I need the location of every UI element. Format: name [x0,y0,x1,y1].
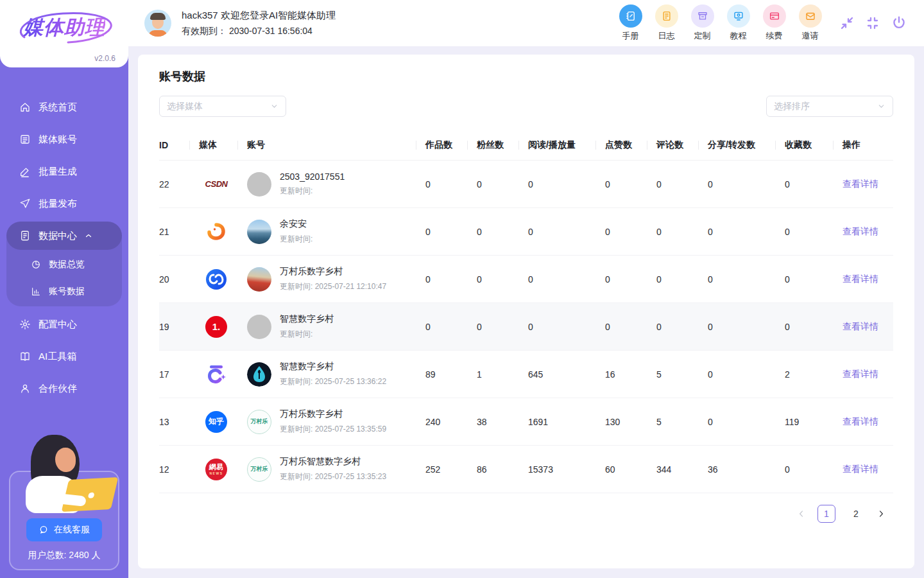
collapse-diagonal-icon[interactable] [839,15,855,31]
row-id: 20 [159,274,199,285]
metric-fans: 38 [477,417,528,427]
row-id: 12 [159,464,199,475]
metric-likes: 130 [605,417,656,427]
chevron-down-icon [270,102,278,110]
sidebar-item-partners[interactable]: 合作伙伴 [6,374,122,403]
quick-renew[interactable]: 续费 [760,4,788,42]
view-details-link[interactable]: 查看详情 [843,464,878,474]
next-page-icon[interactable] [877,509,886,518]
sidebar-item-data-center[interactable]: 数据中心 [6,222,122,250]
row-id: 21 [159,227,199,237]
metric-views: 0 [528,227,605,237]
sidebar-item-config-center[interactable]: 配置中心 [6,310,122,338]
metric-shares: 0 [708,322,785,332]
sidebar-item-data-overview[interactable]: 数据总览 [6,251,122,278]
power-icon[interactable] [891,15,907,31]
media-select[interactable]: 选择媒体 [159,96,286,117]
quick-log[interactable]: 日志 [653,4,680,42]
metric-favorites: 0 [785,274,843,285]
metric-favorites: 0 [785,227,843,237]
account-avatar [247,267,271,292]
view-details-link[interactable]: 查看详情 [843,416,878,426]
metric-fans: 86 [477,464,528,475]
pie-chart-icon [31,259,41,270]
sidebar-item-account-data[interactable]: 账号数据 [6,278,122,305]
sidebar-item-batch-publish[interactable]: 批量发布 [6,189,122,218]
table-row: 13 知乎 万村乐 万村乐数字乡村 更新时间: 2025-07-25 13:35… [159,398,893,446]
service-panel: 在线客服 用户总数: 2480 人 [9,471,119,570]
account-avatar: 万村乐 [247,410,271,434]
sidebar-item-label: 媒体账号 [38,134,77,146]
metric-fans: 0 [477,322,528,332]
metric-shares: 0 [708,417,785,427]
sidebar: 媒体助理 v2.0.6 系统首页 媒体账号 批量生成 [0,0,128,578]
view-details-link[interactable]: 查看详情 [843,226,878,236]
view-details-link[interactable]: 查看详情 [843,321,878,331]
view-details-link[interactable]: 查看详情 [843,369,878,379]
bar-chart-icon [31,286,41,297]
table-row: 22 CSDN 2503_92017551 更新时间: 0 0 0 0 0 0 [159,161,893,208]
account-updated: 更新时间: 2025-07-25 13:35:59 [280,424,386,435]
view-details-link[interactable]: 查看详情 [843,179,878,189]
zhihu-logo: 知乎 [199,411,234,433]
sidebar-item-label: 批量生成 [38,166,77,178]
metric-likes: 16 [605,369,656,380]
view-details-link[interactable]: 查看详情 [843,274,878,284]
sidebar-item-batch-generate[interactable]: 批量生成 [6,157,122,186]
metric-favorites: 0 [785,322,843,332]
metric-comments: 0 [656,179,708,189]
metric-shares: 0 [708,179,785,189]
quick-custom[interactable]: 定制 [689,4,716,42]
metric-likes: 60 [605,464,656,475]
quick-actions: 手册 日志 定制 教程 [617,4,824,42]
page-number-1[interactable]: 1 [817,505,835,523]
csdn-logo: CSDN [199,179,234,189]
netease-logo: 網易NEWS [199,459,234,480]
quick-tutorial[interactable]: 教程 [724,4,752,42]
account-name: 智慧数字乡村 [280,313,334,325]
online-service-button[interactable]: 在线客服 [26,518,102,541]
sidebar-item-label: 系统首页 [38,101,77,114]
compress-center-icon[interactable] [865,15,880,31]
user-info: hack357 欢迎您登录AI智能媒体助理 有效期到： 2030-07-31 1… [144,10,336,37]
sidebar-item-label: 批量发布 [38,198,77,210]
metric-works: 0 [425,179,477,189]
c-platform-logo [199,363,234,385]
sort-select[interactable]: 选择排序 [766,96,893,117]
sidebar-item-ai-toolbox[interactable]: AI工具箱 [6,342,122,371]
account-name: 万村乐智慧数字乡村 [280,456,386,468]
user-avatar[interactable] [144,10,171,37]
metric-comments: 5 [656,417,708,427]
tutorial-icon [727,4,750,28]
account-avatar [247,362,271,387]
account-name: 2503_92017551 [280,171,345,182]
account-avatar: 万村乐 [247,457,271,482]
custom-box-icon [691,4,714,28]
metric-fans: 0 [477,274,528,285]
metric-views: 645 [528,369,605,380]
account-updated: 更新时间: [280,329,334,340]
chevron-down-icon [877,102,886,110]
sidebar-nav: 系统首页 媒体账号 批量生成 批量发布 [0,67,128,407]
metric-works: 252 [425,464,477,475]
sidebar-item-media-accounts[interactable]: 媒体账号 [6,125,122,153]
quick-manual[interactable]: 手册 [617,4,644,42]
account-name: 万村乐数字乡村 [280,408,386,420]
row-id: 22 [159,179,199,189]
account-avatar [247,220,271,244]
quick-invite[interactable]: 邀请 [796,4,824,42]
metric-comments: 344 [656,464,708,475]
metric-fans: 1 [477,369,528,380]
sidebar-item-label: 账号数据 [49,286,85,297]
page-number-2[interactable]: 2 [847,505,865,523]
prev-page-icon[interactable] [797,509,806,518]
filter-bar: 选择媒体 选择排序 [159,96,893,117]
app-version: v2.0.6 [94,54,116,63]
metric-shares: 0 [708,227,785,237]
sidebar-item-home[interactable]: 系统首页 [6,93,122,121]
metric-views: 0 [528,274,605,285]
invite-envelope-icon [799,4,822,28]
metric-favorites: 2 [785,369,843,380]
table-row: 21 余安安 更新时间: 0 0 0 0 0 [159,208,893,256]
metric-works: 0 [425,322,477,332]
